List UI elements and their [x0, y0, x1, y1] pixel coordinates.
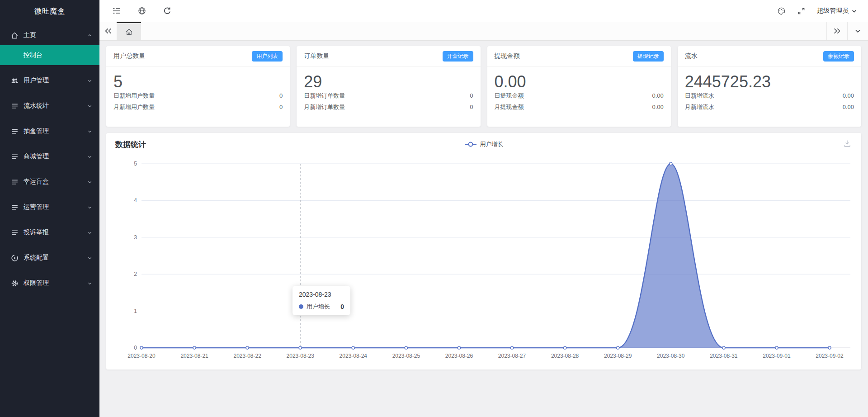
stat-card-flow: 流水 余额记录 2445725.23 日新增流水0.00 月新增流水0.00 [678, 46, 861, 127]
chart-tooltip: 2023-08-23 用户增长 0 [292, 286, 350, 315]
card-badge-balance-records[interactable]: 余额记录 [823, 51, 854, 62]
card-badge-user-list[interactable]: 用户列表 [252, 51, 283, 62]
chart-canvas[interactable]: 0123452023-08-202023-08-212023-08-222023… [106, 156, 861, 368]
svg-text:0: 0 [134, 345, 137, 351]
sidebar-item-home[interactable]: 主页 [0, 25, 99, 45]
sidebar-item-label: 权限管理 [24, 279, 87, 287]
sidebar-item-mall-management[interactable]: 商城管理 [0, 147, 99, 166]
stat-card-users: 用户总数量 用户列表 5 日新增用户数量0 月新增用户数量0 [106, 46, 290, 127]
sidebar-item-complaints[interactable]: 投诉举报 [0, 223, 99, 242]
sidebar-item-box-management[interactable]: 抽盒管理 [0, 121, 99, 141]
tooltip-series-dot [299, 304, 303, 309]
svg-text:2023-09-02: 2023-09-02 [816, 353, 844, 359]
tab-home[interactable] [117, 22, 141, 40]
sidebar-item-user-management[interactable]: 用户管理 [0, 71, 99, 90]
card-row: 月提现金额0.00 [495, 101, 664, 113]
tab-bar [99, 22, 868, 41]
globe-icon [138, 7, 146, 15]
card-badge-withdraw-records[interactable]: 提现记录 [633, 51, 664, 62]
svg-text:2: 2 [134, 271, 137, 277]
card-title: 流水 [685, 52, 698, 60]
sidebar-item-system-config[interactable]: 系统配置 [0, 248, 99, 268]
sidebar-item-label: 主页 [24, 31, 87, 39]
tooltip-series-name: 用户增长 [307, 303, 330, 311]
top-header: 超级管理员 [99, 0, 868, 22]
tabbar-spacer [141, 22, 826, 40]
gear-icon [11, 280, 19, 287]
sidebar-item-permissions[interactable]: 权限管理 [0, 273, 99, 293]
list-icon [11, 178, 19, 186]
card-value: 29 [304, 74, 473, 90]
download-chart-button[interactable] [843, 139, 851, 149]
refresh-button[interactable] [155, 0, 180, 22]
sidebar-submenu-home: 控制台 [0, 45, 99, 65]
sidebar-item-console[interactable]: 控制台 [0, 45, 99, 65]
language-button[interactable] [129, 0, 155, 22]
card-title: 提现金额 [495, 52, 520, 60]
tooltip-value: 0 [340, 303, 344, 310]
sidebar-subitem-label: 控制台 [24, 51, 42, 59]
tabs-scroll-left-button[interactable] [99, 22, 117, 40]
chevron-down-icon [87, 104, 92, 109]
legend-line-marker [464, 142, 477, 147]
sidebar-menu: 主页 控制台 用户管理 流水统计 抽盒管理 商城管理 [0, 25, 99, 293]
fold-icon [113, 8, 121, 14]
svg-text:2023-08-26: 2023-08-26 [445, 353, 473, 359]
chevron-down-icon [87, 180, 92, 185]
sidebar-item-label: 商城管理 [24, 152, 87, 161]
sidebar-item-label: 用户管理 [24, 76, 87, 85]
tabs-menu-button[interactable] [847, 22, 868, 40]
app-logo: 微旺魔盒 [0, 0, 99, 23]
sidebar-item-label: 幸运盲盒 [24, 178, 87, 186]
home-tab-icon [125, 28, 133, 36]
palette-icon [777, 7, 786, 15]
svg-text:2023-08-31: 2023-08-31 [710, 353, 738, 359]
list-icon [11, 102, 19, 110]
sidebar-item-label: 流水统计 [24, 102, 87, 110]
card-value: 2445725.23 [685, 74, 854, 90]
stat-card-orders: 订单数量 开盒记录 29 日新增订单数量0 月新增订单数量0 [297, 46, 480, 127]
svg-text:2023-08-27: 2023-08-27 [498, 353, 526, 359]
chevron-down-icon [87, 281, 92, 286]
collapse-sidebar-button[interactable] [104, 0, 129, 22]
card-row: 月新增用户数量0 [113, 101, 283, 113]
svg-text:4: 4 [134, 197, 137, 204]
svg-text:3: 3 [134, 234, 137, 241]
sidebar-item-lucky-box[interactable]: 幸运盲盒 [0, 172, 99, 192]
sidebar-item-label: 运营管理 [24, 203, 87, 211]
sidebar: 微旺魔盒 主页 控制台 用户管理 流水统计 抽盒管理 [0, 0, 99, 417]
chevron-down-icon [851, 8, 857, 14]
fullscreen-button[interactable] [797, 7, 805, 15]
card-value: 5 [113, 74, 283, 90]
svg-text:2023-08-29: 2023-08-29 [604, 353, 632, 359]
chevron-down-icon [854, 28, 861, 34]
refresh-icon [163, 7, 171, 15]
svg-text:2023-08-30: 2023-08-30 [657, 353, 685, 359]
list-icon [11, 204, 19, 211]
card-badge-open-box-records[interactable]: 开盒记录 [443, 51, 473, 62]
chevron-up-icon [87, 33, 92, 38]
fullscreen-icon [797, 7, 805, 15]
chevron-down-icon [87, 205, 92, 210]
list-icon [11, 153, 19, 161]
legend-item-user-growth[interactable]: 用户增长 [106, 140, 861, 148]
double-chevron-left-icon [104, 28, 112, 34]
sidebar-item-flow-stats[interactable]: 流水统计 [0, 96, 99, 116]
admin-dropdown[interactable]: 超级管理员 [817, 7, 857, 15]
admin-label: 超级管理员 [817, 7, 849, 15]
download-icon [843, 139, 851, 147]
svg-text:2023-08-25: 2023-08-25 [392, 353, 420, 359]
svg-text:2023-08-22: 2023-08-22 [233, 353, 261, 359]
sidebar-item-operations[interactable]: 运营管理 [0, 197, 99, 217]
card-row: 月新增订单数量0 [304, 101, 473, 113]
home-icon [11, 32, 19, 39]
chevron-down-icon [87, 154, 92, 159]
card-title: 用户总数量 [113, 52, 145, 60]
theme-button[interactable] [777, 7, 786, 15]
card-row: 月新增流水0.00 [685, 101, 854, 113]
list-icon [11, 229, 19, 237]
svg-text:2023-08-20: 2023-08-20 [127, 353, 156, 359]
svg-text:2023-08-24: 2023-08-24 [340, 353, 368, 359]
tabs-scroll-right-button[interactable] [826, 22, 847, 40]
svg-text:1: 1 [134, 308, 137, 314]
